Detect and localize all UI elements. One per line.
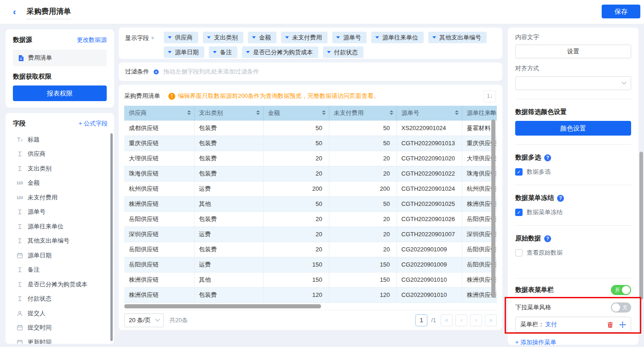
- current-page-input[interactable]: 1: [415, 314, 427, 326]
- datasource-item[interactable]: 费用清单: [13, 50, 107, 66]
- display-field-chip[interactable]: 付款状态: [323, 46, 363, 58]
- table-column-header[interactable]: 未支付费用: [329, 106, 397, 120]
- display-field-chip[interactable]: 未支付费用: [281, 32, 328, 43]
- last-page-button[interactable]: »: [485, 314, 497, 326]
- table-column-header[interactable]: 源单往来单位: [462, 106, 497, 120]
- sort-arrows-icon[interactable]: [390, 110, 393, 115]
- table-row[interactable]: 株洲供应链其他5050CGTH20220901025株洲供应链: [124, 196, 497, 211]
- field-item[interactable]: 支出类别: [13, 161, 108, 176]
- table-row[interactable]: 大理供应链包装费2020CGTH20220901020大理供应链: [124, 151, 497, 166]
- table-row[interactable]: 深圳供应链运费2020CGTH20220901007深圳供应链: [124, 227, 497, 242]
- display-field-chip[interactable]: 供应商: [164, 32, 198, 43]
- sort-arrows-icon[interactable]: [455, 110, 459, 115]
- color-settings-button[interactable]: 颜色设置: [515, 121, 631, 136]
- table-row[interactable]: 重庆供应链包装费5050CGTH20220901013重庆供应链: [124, 136, 497, 151]
- table-column-header[interactable]: 供应商: [124, 106, 194, 120]
- page-title: 采购费用清单: [27, 7, 71, 19]
- table-row[interactable]: 岳阳供应链运费150150CG20220901009岳阳供应链: [124, 257, 497, 272]
- chip-label: 金额: [259, 34, 271, 42]
- content-text-settings-button[interactable]: 设置: [515, 45, 631, 58]
- move-icon[interactable]: [619, 321, 626, 328]
- dropdown-style-toggle[interactable]: 关: [611, 302, 631, 313]
- display-field-chip[interactable]: 是否已分摊为购货成本: [242, 46, 318, 58]
- field-item[interactable]: 是否已分摊为购货成本: [13, 277, 108, 292]
- align-select[interactable]: [515, 76, 631, 90]
- sort-arrows-icon[interactable]: [187, 110, 191, 115]
- table-row[interactable]: 株洲供应链其他150150CG20220901010株洲供应链: [124, 272, 497, 287]
- display-field-chip[interactable]: 源单日期: [164, 46, 204, 58]
- row-order-button[interactable]: 1↓: [483, 90, 496, 102]
- field-item[interactable]: 其他支出单编号: [13, 234, 108, 249]
- menu-item-value[interactable]: 支付: [545, 320, 557, 329]
- raw-data-checkbox[interactable]: 查看原始数据: [515, 249, 631, 257]
- table-column-header[interactable]: 支出类别: [194, 106, 263, 120]
- page-size-select[interactable]: 20 条/页: [124, 313, 164, 327]
- field-item[interactable]: 更新时间: [13, 335, 108, 344]
- field-item[interactable]: 源单号: [13, 205, 108, 220]
- field-item[interactable]: 付款状态: [13, 292, 108, 307]
- field-item[interactable]: 提交人: [13, 306, 108, 321]
- table-cell: 包装费: [194, 136, 263, 151]
- table-column-header[interactable]: 源单号: [397, 106, 462, 120]
- checkbox-icon[interactable]: [515, 249, 523, 256]
- display-field-chip[interactable]: 金额: [248, 32, 276, 43]
- field-item[interactable]: 标题: [13, 132, 108, 147]
- table-vertical-scrollbar[interactable]: [491, 119, 495, 298]
- table-row[interactable]: 成都供应链包装费5050XS20220901024蔓霍材料: [124, 120, 497, 136]
- display-field-chip[interactable]: 源单往来单位: [371, 32, 424, 43]
- first-page-button[interactable]: «: [441, 314, 453, 326]
- field-item[interactable]: 备注: [13, 263, 108, 278]
- menu-freeze-checkbox[interactable]: ✓ 数据菜单冻结: [515, 208, 631, 216]
- chevron-down-icon: [168, 36, 172, 39]
- add-action-menu-link[interactable]: + 添加操作菜单: [515, 338, 631, 347]
- save-button[interactable]: 保存: [602, 5, 640, 18]
- next-page-button[interactable]: ›: [470, 314, 482, 326]
- field-item[interactable]: 源单日期: [13, 248, 108, 263]
- table-column-header[interactable]: 金额: [263, 106, 329, 120]
- back-icon[interactable]: ‹: [13, 6, 16, 17]
- help-icon[interactable]: ?: [544, 235, 551, 242]
- display-field-chip[interactable]: 备注: [209, 46, 237, 58]
- text-field-icon: [16, 296, 23, 302]
- trash-icon[interactable]: [607, 321, 614, 328]
- field-item[interactable]: 123未支付费用: [13, 190, 108, 205]
- field-label: 支出类别: [28, 165, 52, 173]
- table-row[interactable]: 岳阳供应链包装费2020CG20220901009岳阳供应链: [124, 242, 497, 257]
- add-display-field-button[interactable]: +: [151, 34, 155, 41]
- field-item[interactable]: 提交时间: [13, 321, 108, 336]
- report-permission-button[interactable]: 报表权限: [13, 85, 107, 101]
- table-row[interactable]: 杭州供应链运费200200CGTH20220901024杭州供应链: [124, 181, 497, 196]
- table-cell: 20: [329, 151, 397, 166]
- table-cell: CG20220901010: [397, 287, 462, 302]
- table-horizontal-scrollbar[interactable]: [124, 304, 321, 308]
- window-scrollbar[interactable]: [639, 152, 643, 300]
- fields-scrollbar[interactable]: [110, 133, 113, 341]
- sort-arrows-icon[interactable]: [256, 110, 260, 115]
- display-field-chip[interactable]: 源单号: [332, 32, 367, 43]
- field-item[interactable]: 123金额: [13, 176, 108, 191]
- table-cell: 珠海供应链: [124, 166, 194, 181]
- display-field-chip[interactable]: 支出类别: [203, 32, 243, 43]
- sort-arrows-icon[interactable]: [490, 110, 494, 115]
- table-menubar-toggle[interactable]: 开: [611, 285, 631, 295]
- sort-arrows-icon[interactable]: [322, 110, 326, 115]
- table-cell: 150: [263, 272, 329, 287]
- display-field-chip[interactable]: 其他支出单编号: [428, 32, 487, 43]
- table-cell: 50: [263, 120, 329, 136]
- divider: [515, 278, 631, 279]
- field-item[interactable]: 源单往来单位: [13, 219, 108, 234]
- checkbox-icon[interactable]: ✓: [515, 168, 523, 176]
- prev-page-button[interactable]: ‹: [455, 314, 467, 326]
- help-icon[interactable]: ?: [557, 195, 564, 202]
- table-row[interactable]: 株洲供应链包装费120120CG20220901010株洲供应链: [124, 287, 497, 302]
- table-row[interactable]: 珠海供应链包装费2020CGTH20220901022珠海供应链: [124, 166, 497, 181]
- field-item[interactable]: 供应商: [13, 147, 108, 162]
- change-datasource-link[interactable]: 更改数据源: [77, 36, 107, 44]
- multi-select-checkbox[interactable]: ✓ 数据多选: [515, 168, 631, 176]
- gear-icon[interactable]: [153, 68, 160, 75]
- checkbox-icon[interactable]: ✓: [515, 209, 523, 216]
- help-icon[interactable]: ?: [544, 154, 551, 161]
- add-formula-field-link[interactable]: + 公式字段: [79, 119, 108, 128]
- multi-select-title: 数据多选: [515, 154, 541, 162]
- table-row[interactable]: 岳阳供应链包装费2020CGTH20220901026岳阳供应链: [124, 211, 497, 227]
